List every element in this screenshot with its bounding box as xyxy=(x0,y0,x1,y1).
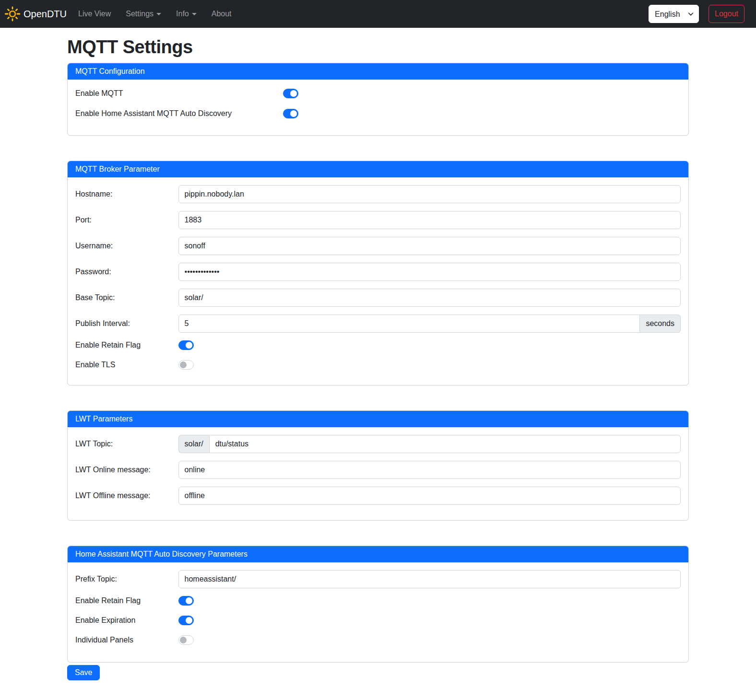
field-label: Enable MQTT xyxy=(75,89,283,98)
form-row-lwt-topic: LWT Topic: solar/ xyxy=(75,435,681,453)
field-label: Publish Interval: xyxy=(75,319,178,328)
nav-item-settings[interactable]: Settings xyxy=(122,6,165,22)
field-label: Enable Retain Flag xyxy=(75,596,178,605)
hostname-input[interactable] xyxy=(178,185,681,203)
card-lwt-parameters: LWT Parameters LWT Topic: solar/ LWT Onl… xyxy=(67,410,689,521)
form-row-publish-interval: Publish Interval: seconds xyxy=(75,315,681,333)
form-row-enable-mqtt: Enable MQTT xyxy=(75,87,681,100)
field-label: Enable Home Assistant MQTT Auto Discover… xyxy=(75,109,283,118)
page-title: MQTT Settings xyxy=(67,37,689,58)
field-label: Individual Panels xyxy=(75,636,178,644)
form-row-password: Password: xyxy=(75,263,681,281)
form-row-lwt-online: LWT Online message: xyxy=(75,461,681,479)
caret-down-icon xyxy=(192,13,197,15)
card-hass-discovery-parameters: Home Assistant MQTT Auto Discovery Param… xyxy=(67,546,689,663)
username-input[interactable] xyxy=(178,237,681,255)
lwt-topic-input[interactable] xyxy=(209,435,681,453)
form-row-username: Username: xyxy=(75,237,681,255)
nav-item-info[interactable]: Info xyxy=(172,6,201,22)
base-topic-input[interactable] xyxy=(178,289,681,307)
lwt-online-input[interactable] xyxy=(178,461,681,479)
navbar-right: English Logout xyxy=(649,5,744,23)
form-row-enable-retain: Enable Retain Flag xyxy=(75,340,681,350)
card-header: MQTT Configuration xyxy=(68,63,688,80)
nav-item-label: About xyxy=(212,10,232,18)
card-header: Home Assistant MQTT Auto Discovery Param… xyxy=(68,546,688,562)
publish-interval-input[interactable] xyxy=(178,315,640,333)
field-label: Enable Retain Flag xyxy=(75,341,178,350)
enable-tls-toggle[interactable] xyxy=(178,360,194,370)
nav-item-live-view[interactable]: Live View xyxy=(74,6,115,22)
nav-item-label: Settings xyxy=(126,10,154,18)
field-label: Password: xyxy=(75,268,178,276)
language-select[interactable]: English xyxy=(649,5,699,23)
lwt-topic-prefix-addon: solar/ xyxy=(178,435,209,453)
brand-label: OpenDTU xyxy=(24,9,67,20)
form-row-base-topic: Base Topic: xyxy=(75,289,681,307)
sun-icon xyxy=(5,6,20,22)
logout-button[interactable]: Logout xyxy=(709,5,744,23)
form-row-enable-hass-discovery: Enable Home Assistant MQTT Auto Discover… xyxy=(75,107,681,120)
field-label: Prefix Topic: xyxy=(75,575,178,583)
bottom-spacer xyxy=(67,680,689,693)
field-label: Base Topic: xyxy=(75,293,178,302)
prefix-topic-input[interactable] xyxy=(178,570,681,588)
lwt-offline-input[interactable] xyxy=(178,487,681,505)
password-input[interactable] xyxy=(178,263,681,281)
field-label: Enable TLS xyxy=(75,361,178,369)
hass-retain-toggle[interactable] xyxy=(178,596,194,606)
brand-link[interactable]: OpenDTU xyxy=(5,6,67,22)
card-mqtt-broker-parameter: MQTT Broker Parameter Hostname: Port: Us… xyxy=(67,161,689,385)
form-row-hass-expiration: Enable Expiration xyxy=(75,616,681,625)
form-row-hostname: Hostname: xyxy=(75,185,681,203)
hass-expiration-toggle[interactable] xyxy=(178,616,194,625)
field-label: Port: xyxy=(75,216,178,224)
form-row-port: Port: xyxy=(75,211,681,229)
card-mqtt-configuration: MQTT Configuration Enable MQTT Enable Ho… xyxy=(67,63,689,136)
field-label: LWT Offline message: xyxy=(75,491,178,500)
form-row-enable-tls: Enable TLS xyxy=(75,360,681,370)
caret-down-icon xyxy=(156,13,161,15)
form-row-prefix-topic: Prefix Topic: xyxy=(75,570,681,588)
field-label: LWT Topic: xyxy=(75,440,178,448)
individual-panels-toggle[interactable] xyxy=(178,635,194,645)
nav-item-about[interactable]: About xyxy=(208,6,236,22)
field-label: Hostname: xyxy=(75,190,178,198)
nav-item-label: Info xyxy=(176,10,189,18)
seconds-addon: seconds xyxy=(640,315,681,333)
enable-retain-toggle[interactable] xyxy=(178,340,194,350)
enable-mqtt-toggle[interactable] xyxy=(283,89,298,98)
main-container: MQTT Settings MQTT Configuration Enable … xyxy=(61,37,695,693)
form-row-individual-panels: Individual Panels xyxy=(75,635,681,645)
field-label: LWT Online message: xyxy=(75,466,178,474)
form-row-hass-retain: Enable Retain Flag xyxy=(75,596,681,606)
field-label: Username: xyxy=(75,242,178,250)
card-header: LWT Parameters xyxy=(68,411,688,427)
nav-item-label: Live View xyxy=(78,10,111,18)
card-header: MQTT Broker Parameter xyxy=(68,161,688,177)
form-row-lwt-offline: LWT Offline message: xyxy=(75,487,681,505)
top-navbar: OpenDTU Live View Settings Info About En… xyxy=(0,0,756,28)
enable-hass-discovery-toggle[interactable] xyxy=(283,109,298,118)
save-button[interactable]: Save xyxy=(67,665,100,680)
nav-links: Live View Settings Info About xyxy=(74,6,243,22)
port-input[interactable] xyxy=(178,211,681,229)
field-label: Enable Expiration xyxy=(75,616,178,625)
